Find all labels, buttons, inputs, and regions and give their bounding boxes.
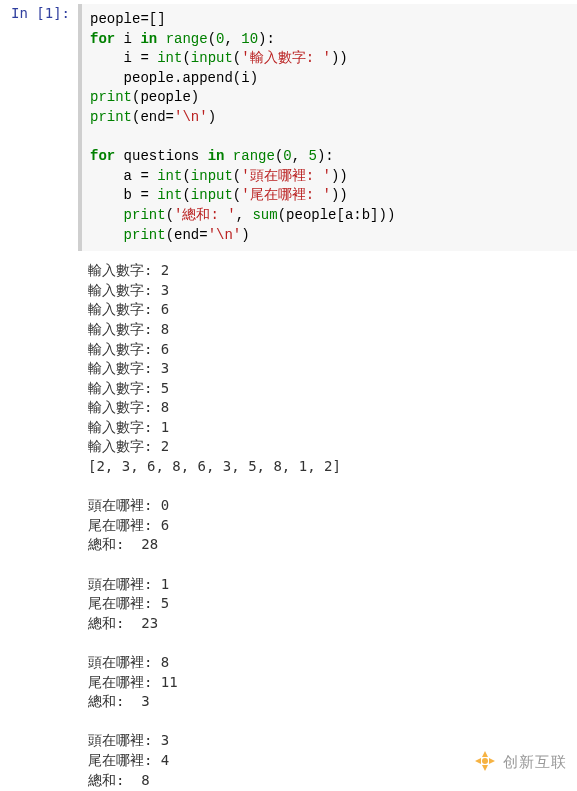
code-output-area: 輸入數字: 2 輸入數字: 3 輸入數字: 6 輸入數字: 8 輸入數字: 6 … — [0, 255, 577, 791]
string: '\n' — [174, 109, 208, 125]
code-text: ( — [233, 187, 241, 203]
builtin-sum: sum — [252, 207, 277, 223]
code-text: ( — [166, 207, 174, 223]
code-text: ( — [182, 168, 190, 184]
code-text: ) — [241, 227, 249, 243]
builtin-range: range — [233, 148, 275, 164]
builtin-input: input — [191, 168, 233, 184]
code-text — [224, 148, 232, 164]
builtin-int: int — [157, 50, 182, 66]
svg-point-0 — [482, 758, 488, 764]
string: '尾在哪裡: ' — [241, 187, 331, 203]
code-text: ( — [233, 50, 241, 66]
string: '頭在哪裡: ' — [241, 168, 331, 184]
builtin-range: range — [166, 31, 208, 47]
kw-in: in — [140, 31, 157, 47]
code-text: , — [236, 207, 253, 223]
code-text: ( — [233, 168, 241, 184]
code-text — [90, 207, 124, 223]
kw-in: in — [208, 148, 225, 164]
builtin-int: int — [157, 168, 182, 184]
code-text: (end= — [132, 109, 174, 125]
string: '總和: ' — [174, 207, 236, 223]
builtin-input: input — [191, 187, 233, 203]
code-text: )) — [331, 187, 348, 203]
code-text: ): — [317, 148, 334, 164]
code-text — [90, 227, 124, 243]
string: '\n' — [208, 227, 242, 243]
builtin-int: int — [157, 187, 182, 203]
builtin-print: print — [124, 207, 166, 223]
code-text: , — [292, 148, 309, 164]
code-input-area[interactable]: people=[] for i in range(0, 10): i = int… — [78, 4, 577, 251]
kw-for: for — [90, 148, 115, 164]
code-text: )) — [331, 50, 348, 66]
code-text: ): — [258, 31, 275, 47]
code-text: ( — [182, 187, 190, 203]
watermark-icon — [473, 749, 497, 773]
code-text: ( — [182, 50, 190, 66]
watermark-text: 创新互联 — [503, 751, 567, 772]
code-cell: In [1]: people=[] for i in range(0, 10):… — [0, 0, 577, 255]
code-text: , — [224, 31, 241, 47]
num: 0 — [283, 148, 291, 164]
builtin-print: print — [90, 89, 132, 105]
builtin-input: input — [191, 50, 233, 66]
num: 5 — [309, 148, 317, 164]
code-text: (people[a:b])) — [278, 207, 396, 223]
num: 10 — [241, 31, 258, 47]
code-text: )) — [331, 168, 348, 184]
code-text — [157, 31, 165, 47]
kw-for: for — [90, 31, 115, 47]
watermark: 创新互联 — [473, 749, 567, 773]
code-text: (people) — [132, 89, 199, 105]
code-text: ( — [208, 31, 216, 47]
code-line-1: people=[] — [90, 11, 166, 27]
code-text: (end= — [166, 227, 208, 243]
code-text: people.append(i) — [90, 70, 258, 86]
input-prompt: In [1]: — [0, 4, 78, 251]
string: '輸入數字: ' — [241, 50, 331, 66]
code-text: b = — [90, 187, 157, 203]
code-text: questions — [115, 148, 207, 164]
code-text: a = — [90, 168, 157, 184]
code-text: i — [115, 31, 140, 47]
code-text: ) — [208, 109, 216, 125]
code-text: i = — [90, 50, 157, 66]
builtin-print: print — [124, 227, 166, 243]
builtin-print: print — [90, 109, 132, 125]
